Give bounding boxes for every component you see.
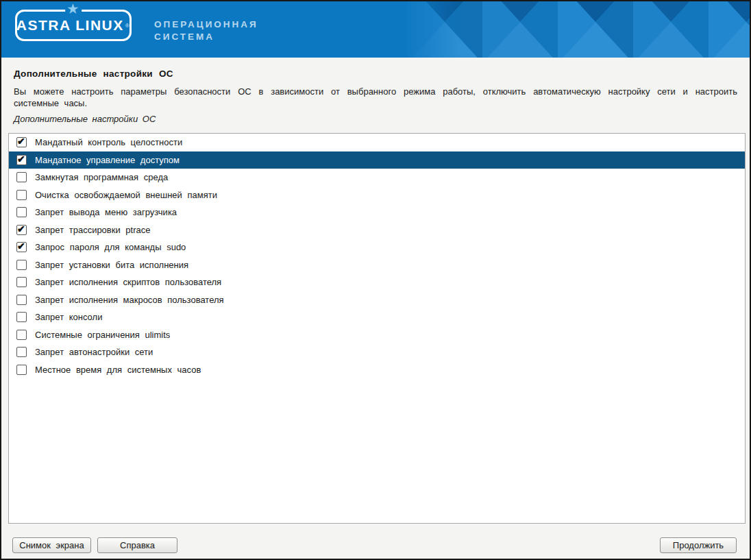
checkmark-icon: ✔ (17, 223, 25, 235)
option-label: Очистка освобождаемой внешней памяти (35, 190, 217, 200)
brand-caption: ОПЕРАЦИОННАЯ СИСТЕМА (154, 19, 258, 43)
option-label: Запрет установки бита исполнения (35, 260, 188, 270)
option-row[interactable]: ✔ Мандатный контроль целостности (9, 134, 745, 151)
description-line1: Вы можете настроить параметры безопаснос… (14, 86, 737, 97)
help-button[interactable]: Справка (97, 537, 177, 553)
screenshot-button[interactable]: Снимок экрана (12, 537, 91, 553)
star-icon: ★ (65, 3, 82, 15)
option-row[interactable]: ✔ Запрет трассировки ptrace (9, 221, 745, 239)
option-row[interactable]: ✔ Местное время для системных часов (9, 361, 745, 379)
option-row[interactable]: ✔ Очистка освобождаемой внешней памяти (9, 186, 745, 204)
option-row[interactable]: ✔ Запрет исполнения макросов пользовател… (9, 291, 745, 309)
checkbox[interactable]: ✔ (16, 190, 27, 200)
checkbox[interactable]: ✔ (16, 365, 27, 375)
option-label: Запрет автонастройки сети (35, 347, 153, 357)
checkbox[interactable]: ✔ (16, 242, 27, 252)
checkmark-icon: ✔ (17, 154, 25, 165)
option-row[interactable]: ✔ Запрет установки бита исполнения (9, 256, 745, 274)
checkmark-icon: ✔ (17, 136, 25, 147)
option-label: Запрет консоли (35, 312, 102, 322)
astra-linux-logo: ★ ASTRA LINUX® (15, 10, 132, 41)
option-row[interactable]: ✔ Запрет автонастройки сети (9, 343, 745, 361)
option-row[interactable]: ✔ Системные ограничения ulimits (9, 326, 745, 344)
option-label: Мандатное управление доступом (35, 155, 180, 165)
option-row[interactable]: ✔ Запрет исполнения скриптов пользовател… (9, 273, 745, 291)
option-row[interactable]: ✔ Запрос пароля для команды sudo (9, 239, 745, 256)
option-label: Мандатный контроль целостности (35, 137, 182, 147)
checkbox[interactable]: ✔ (16, 295, 27, 305)
checkbox[interactable]: ✔ (16, 260, 27, 270)
continue-button[interactable]: Продолжить (660, 537, 737, 553)
installer-window: ★ ASTRA LINUX® ОПЕРАЦИОННАЯ СИСТЕМА Допо… (0, 0, 751, 560)
option-label: Запрет трассировки ptrace (35, 225, 150, 235)
checkbox[interactable]: ✔ (16, 347, 27, 357)
option-row[interactable]: ✔ Запрет вывода меню загрузчика (9, 204, 745, 221)
option-row[interactable]: ✔ Замкнутая программная среда (9, 169, 745, 186)
list-caption: Дополнительные настройки ОС (14, 114, 737, 124)
option-row[interactable]: ✔ Запрет консоли (9, 308, 745, 326)
checkbox[interactable]: ✔ (16, 155, 27, 165)
checkbox[interactable]: ✔ (16, 137, 27, 147)
option-label: Системные ограничения ulimits (35, 330, 170, 340)
checkbox[interactable]: ✔ (16, 277, 27, 287)
checkbox[interactable]: ✔ (16, 330, 27, 340)
page-title: Дополнительные настройки ОС (14, 58, 737, 79)
pattern-fade (400, 1, 462, 58)
checkmark-icon: ✔ (17, 241, 25, 252)
brand-line1: ОПЕРАЦИОННАЯ (154, 19, 258, 31)
checkbox[interactable]: ✔ (16, 312, 27, 322)
checkbox[interactable]: ✔ (16, 225, 27, 235)
option-label: Запрет исполнения скриптов пользователя (35, 277, 221, 287)
option-label: Замкнутая программная среда (35, 172, 168, 182)
checkbox[interactable]: ✔ (16, 172, 27, 182)
option-row[interactable]: ✔ Мандатное управление доступом (9, 151, 745, 169)
option-label: Запрет вывода меню загрузчика (35, 207, 177, 217)
header-banner: ★ ASTRA LINUX® ОПЕРАЦИОННАЯ СИСТЕМА (1, 1, 750, 58)
option-label: Запрет исполнения макросов пользователя (35, 295, 224, 305)
page-description: Вы можете настроить параметры безопаснос… (14, 86, 737, 109)
checkbox[interactable]: ✔ (16, 207, 27, 217)
brand-line2: СИСТЕМА (154, 31, 258, 43)
options-list[interactable]: ✔ Мандатный контроль целостности ✔ Манда… (8, 133, 746, 524)
registered-mark: ® (125, 23, 130, 29)
description-line2: системные часы. (14, 97, 737, 109)
option-label: Местное время для системных часов (35, 365, 201, 375)
option-label: Запрос пароля для команды sudo (35, 242, 186, 252)
content-area: Дополнительные настройки ОС Вы можете на… (1, 58, 750, 124)
logo-text: ASTRA LINUX (16, 17, 124, 34)
